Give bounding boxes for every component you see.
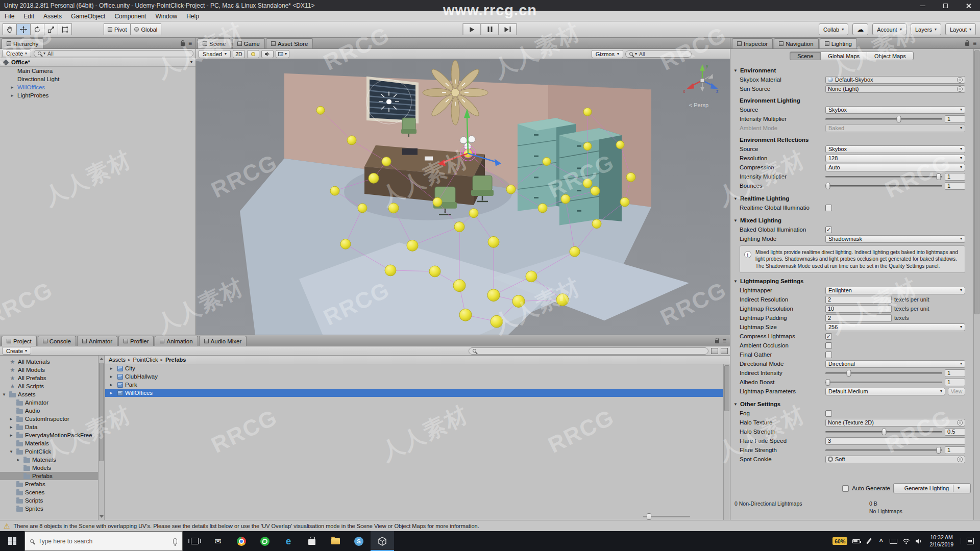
folder-scripts[interactable]: Scripts: [0, 496, 98, 505]
hierarchy-item-directional-light[interactable]: Directional Light: [0, 75, 195, 83]
light-probe[interactable]: [570, 246, 580, 257]
play-button[interactable]: [463, 23, 481, 35]
folder-materials[interactable]: ►Materials: [0, 456, 98, 464]
slider-knob[interactable]: [825, 379, 830, 386]
checkbox-baked-global-illumination[interactable]: ✓: [825, 227, 832, 233]
ceiling-fan[interactable]: [423, 60, 488, 125]
layout-dropdown[interactable]: Layout▾: [945, 23, 976, 35]
folder-prefabs[interactable]: Prefabs: [0, 480, 98, 488]
menu-window[interactable]: Window: [151, 11, 182, 21]
start-button[interactable]: [0, 531, 24, 551]
dropdown-source[interactable]: Skybox▾: [825, 145, 965, 153]
hierarchy-scene-row[interactable]: Office* ▾: [0, 58, 195, 67]
section-header-realtime-lighting[interactable]: ▼Realtime Lighting: [730, 194, 973, 203]
taskbar-app-whatsapp[interactable]: [253, 531, 277, 551]
object-field-sun-source[interactable]: None (Light): [825, 85, 965, 93]
folder-prefabs[interactable]: Prefabs: [0, 472, 98, 480]
light-probe[interactable]: [592, 219, 601, 229]
scroll-down-icon[interactable]: [100, 515, 104, 518]
object-picker-icon[interactable]: [957, 420, 963, 425]
light-probe[interactable]: [388, 203, 399, 213]
taskbar-app-skype[interactable]: S: [347, 531, 371, 551]
light-probe[interactable]: [543, 158, 551, 166]
folder-models[interactable]: Models: [0, 464, 98, 472]
expand-arrow-icon[interactable]: ►: [9, 425, 13, 430]
lighting-subtab-global-maps[interactable]: Global Maps: [820, 52, 867, 60]
light-probe[interactable]: [487, 289, 500, 302]
tray-pen-icon[interactable]: [865, 538, 872, 544]
light-probe[interactable]: [340, 239, 351, 249]
expand-arrow-icon[interactable]: ►: [109, 374, 113, 379]
slider-knob[interactable]: [825, 183, 830, 189]
hierarchy-item-lightprobes[interactable]: ►LightProbes: [0, 91, 195, 99]
input-indirect-resolution[interactable]: 2: [825, 296, 892, 304]
toggle-2d-button[interactable]: 2D: [233, 50, 245, 58]
breadcrumb-item-prefabs[interactable]: Prefabs: [165, 357, 186, 363]
battery-percent-badge[interactable]: 60%: [832, 537, 847, 545]
input-lightmap-resolution[interactable]: 10: [825, 305, 892, 313]
slider-value[interactable]: 1: [945, 182, 965, 190]
light-probe[interactable]: [347, 136, 356, 145]
asset-scrollbar[interactable]: [723, 364, 730, 520]
rotate-tool-button[interactable]: [30, 23, 44, 35]
light-probe[interactable]: [538, 204, 547, 213]
section-header-other-settings[interactable]: ▼Other Settings: [730, 399, 973, 409]
perspective-label[interactable]: < Persp: [689, 102, 708, 108]
input-lightmap-padding[interactable]: 2: [825, 314, 892, 322]
view-tab-asset-store[interactable]: Asset Store: [266, 38, 313, 48]
light-probe[interactable]: [616, 141, 624, 149]
folder-data[interactable]: ►Data: [0, 423, 98, 431]
menu-file[interactable]: File: [0, 11, 19, 21]
folder-materials[interactable]: Materials: [0, 439, 98, 447]
object-field-spot-cookie[interactable]: Soft: [825, 456, 965, 463]
folder-scenes[interactable]: Scenes: [0, 488, 98, 496]
scene-effects-dropdown[interactable]: ▾: [276, 50, 289, 58]
global-toggle-button[interactable]: Global: [130, 23, 161, 35]
object-field-halo-texture[interactable]: None (Texture 2D): [825, 419, 965, 427]
asset-item-willoffices[interactable]: ►WillOffices: [105, 389, 730, 397]
object-picker-icon[interactable]: [957, 457, 963, 462]
right-tab-inspector[interactable]: Inspector: [732, 38, 773, 48]
taskbar-app-store[interactable]: [300, 531, 324, 551]
folder-audio[interactable]: Audio: [0, 407, 98, 415]
menu-help[interactable]: Help: [182, 11, 204, 21]
bottom-tab-audio-mixer[interactable]: Audio Mixer: [199, 336, 247, 346]
dropdown-compression[interactable]: Auto▾: [825, 164, 965, 171]
expand-arrow-icon[interactable]: ►: [109, 366, 113, 371]
menu-assets[interactable]: Assets: [39, 11, 66, 21]
dropdown-lightmap-parameters[interactable]: Default-Medium▾: [825, 388, 945, 395]
expand-arrow-icon[interactable]: ►: [9, 417, 13, 421]
section-header-mixed-lighting[interactable]: ▼Mixed Lighting: [730, 216, 973, 225]
generate-lighting-button[interactable]: Generate Lighting ▾: [893, 483, 971, 493]
object-picker-icon[interactable]: [957, 86, 963, 92]
input-flare-fade-speed[interactable]: 3: [825, 437, 965, 445]
asset-item-clubhallway[interactable]: ►ClubHallway: [105, 372, 730, 381]
tab-hierarchy[interactable]: Hierarchy: [2, 38, 43, 48]
tray-wifi-icon[interactable]: [902, 538, 910, 544]
scene-lighting-toggle-button[interactable]: [247, 50, 259, 58]
light-probe[interactable]: [488, 236, 499, 247]
light-probe[interactable]: [385, 265, 396, 276]
expand-arrow-icon[interactable]: ►: [109, 391, 113, 395]
expand-arrow-icon[interactable]: ►: [9, 433, 13, 438]
menu-edit[interactable]: Edit: [19, 11, 39, 21]
light-probe[interactable]: [454, 222, 464, 232]
lock-icon[interactable]: [965, 42, 969, 46]
microphone-icon[interactable]: [173, 538, 177, 544]
slider-albedo-boost[interactable]: [825, 382, 942, 383]
project-search-input[interactable]: [469, 347, 708, 355]
slider-intensity-multiplier[interactable]: [825, 176, 942, 178]
status-bar[interactable]: ⚠ There are 8 objects in the Scene with …: [0, 520, 980, 531]
slider-knob[interactable]: [647, 513, 651, 520]
light-probe[interactable]: [407, 240, 418, 251]
cloud-services-button[interactable]: ☁: [852, 23, 868, 35]
light-probe[interactable]: [583, 179, 592, 188]
panel-menu-icon[interactable]: ≡: [188, 40, 192, 47]
light-probe[interactable]: [491, 315, 503, 328]
checkbox-fog[interactable]: [825, 410, 832, 417]
checkbox-final-gather[interactable]: [825, 352, 832, 358]
asset-item-park[interactable]: ►Park: [105, 381, 730, 389]
slider-value[interactable]: 1: [945, 115, 965, 123]
light-probe[interactable]: [591, 186, 600, 195]
object-picker-icon[interactable]: [957, 77, 963, 83]
